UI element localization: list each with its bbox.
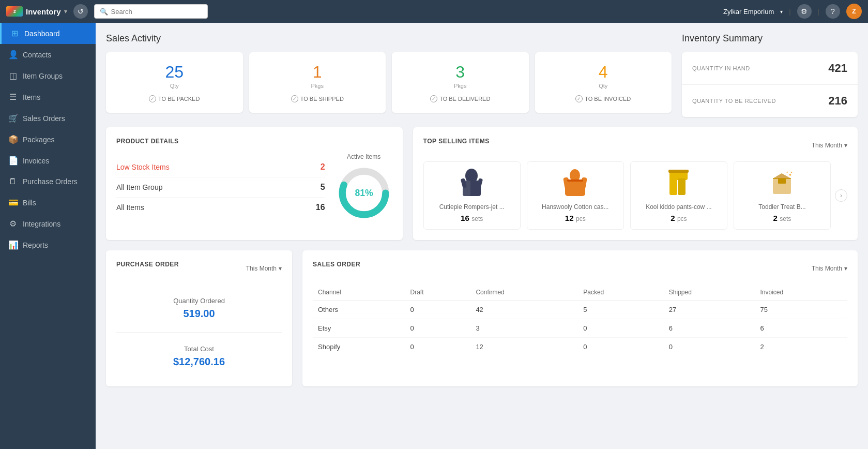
- all-items-row: All Items 16: [116, 198, 325, 217]
- top-selling-item-1[interactable]: Cutiepie Rompers-jet ... 16 sets: [423, 161, 521, 230]
- table-header-row: Channel Draft Confirmed Packed Shipped I…: [313, 285, 847, 301]
- product-stats: Low Stock Items 2 All Item Group 5 All I…: [116, 157, 325, 217]
- donut-chart: 81%: [336, 164, 392, 221]
- item-name-1: Cutiepie Rompers-jet ...: [428, 203, 516, 211]
- sweater-image: [561, 168, 589, 199]
- sidebar-item-items[interactable]: ☰ Items: [0, 86, 96, 108]
- sales-card-to-be-delivered[interactable]: 3 Pkgs ✓ TO BE DELIVERED: [392, 52, 529, 113]
- contacts-icon: 👤: [8, 50, 18, 59]
- in-hand-label: QUANTITY IN HAND: [692, 65, 750, 71]
- sales-card-to-be-packed[interactable]: 25 Qty ✓ TO BE PACKED: [106, 52, 243, 113]
- bills-icon: 💳: [8, 198, 18, 207]
- packed-unit: Qty: [170, 83, 179, 89]
- cell-shipped: 27: [664, 301, 755, 319]
- cell-channel: Shopify: [313, 338, 405, 356]
- inventory-summary-section: Inventory Summary QUANTITY IN HAND 421 Q…: [682, 33, 858, 117]
- company-dropdown-icon[interactable]: ▾: [780, 9, 783, 14]
- sidebar-item-invoices[interactable]: 📄 Invoices: [0, 150, 96, 171]
- search-input[interactable]: [111, 8, 202, 16]
- sidebar-label-invoices: Invoices: [23, 157, 49, 165]
- svg-rect-12: [567, 179, 583, 182]
- po-filter-icon: ▾: [279, 265, 282, 272]
- svg-rect-10: [563, 177, 570, 189]
- po-quantity-ordered: Quantity Ordered 519.00: [116, 289, 282, 328]
- delivered-footer: ✓ TO BE DELIVERED: [430, 95, 490, 102]
- purchase-order-card: PURCHASE ORDER This Month ▾ Quantity Ord…: [106, 250, 292, 386]
- sales-orders-icon: 🛒: [8, 113, 18, 123]
- item-name-3: Kool kiddo pants-cow ...: [635, 203, 723, 211]
- sales-order-table: Channel Draft Confirmed Packed Shipped I…: [313, 285, 847, 356]
- sidebar-item-dashboard[interactable]: ⊞ Dashboard: [0, 23, 96, 44]
- top-selling-items-grid: Cutiepie Rompers-jet ... 16 sets: [423, 161, 831, 230]
- cell-invoiced: 2: [755, 338, 847, 356]
- low-stock-row[interactable]: Low Stock Items 2: [116, 157, 325, 177]
- app-dropdown-icon[interactable]: ▾: [64, 8, 67, 15]
- top-selling-filter[interactable]: This Month ▾: [812, 142, 847, 149]
- item-image-1: [456, 168, 488, 199]
- cell-shipped: 6: [664, 319, 755, 338]
- item-image-2: [560, 168, 591, 199]
- cell-packed: 0: [578, 319, 664, 338]
- top-selling-item-2[interactable]: Hanswooly Cotton cas... 12 pcs: [527, 161, 624, 230]
- so-filter[interactable]: This Month ▾: [812, 265, 847, 272]
- user-avatar[interactable]: Z: [846, 4, 862, 19]
- dashboard-icon: ⊞: [10, 28, 19, 38]
- company-name[interactable]: Zylkar Emporium: [723, 8, 774, 16]
- delivered-circle-icon: ✓: [430, 95, 437, 102]
- all-items-value: 16: [316, 203, 325, 212]
- product-details-section: PRODUCT DETAILS Low Stock Items 2 All It…: [106, 127, 403, 240]
- sidebar: ⊞ Dashboard 👤 Contacts ◫ Item Groups ☰ I…: [0, 23, 96, 449]
- refresh-icon[interactable]: ↺: [73, 4, 88, 19]
- delivered-unit: Pkgs: [454, 83, 466, 89]
- packed-value: 25: [165, 63, 184, 82]
- settings-icon[interactable]: ⚙: [797, 4, 812, 19]
- cell-confirmed: 12: [470, 338, 578, 356]
- sales-card-to-be-shipped[interactable]: 1 Pkgs ✓ TO BE SHIPPED: [249, 52, 386, 113]
- so-header: SALES ORDER This Month ▾: [313, 261, 847, 276]
- next-item-button[interactable]: ›: [835, 189, 847, 202]
- sidebar-item-reports[interactable]: 📊 Reports: [0, 234, 96, 256]
- sidebar-item-packages[interactable]: 📦 Packages: [0, 129, 96, 150]
- donut-chart-container: Active Items 81%: [336, 153, 392, 221]
- sidebar-item-purchase-orders[interactable]: 🗒 Purchase Orders: [0, 171, 96, 192]
- sidebar-item-bills[interactable]: 💳 Bills: [0, 192, 96, 213]
- sidebar-label-reports: Reports: [23, 241, 48, 249]
- sidebar-item-item-groups[interactable]: ◫ Item Groups: [0, 65, 96, 86]
- top-selling-title: TOP SELLING ITEMS: [423, 138, 490, 145]
- to-receive-label: QUANTITY TO BE RECEIVED: [692, 98, 776, 104]
- cell-draft: 0: [405, 338, 470, 356]
- col-draft: Draft: [405, 285, 470, 301]
- sidebar-item-contacts[interactable]: 👤 Contacts: [0, 44, 96, 65]
- top-selling-header: TOP SELLING ITEMS This Month ▾: [423, 138, 847, 153]
- svg-text:✦: ✦: [786, 171, 788, 174]
- item-qty-1: 16 sets: [461, 214, 483, 223]
- top-selling-item-3[interactable]: Kool kiddo pants-cow ... 2 pcs: [630, 161, 727, 230]
- cell-channel: Others: [313, 301, 405, 319]
- all-item-group-row: All Item Group 5: [116, 177, 325, 198]
- inventory-summary-title: Inventory Summary: [682, 33, 858, 44]
- sidebar-label-dashboard: Dashboard: [24, 29, 60, 38]
- sidebar-label-items: Items: [23, 93, 40, 101]
- sidebar-item-integrations[interactable]: ⚙ Integrations: [0, 213, 96, 234]
- shipped-value: 1: [313, 63, 322, 82]
- po-qty-label: Quantity Ordered: [116, 297, 282, 305]
- help-icon[interactable]: ?: [826, 4, 840, 19]
- in-hand-value: 421: [828, 62, 847, 75]
- app-name: Inventory: [26, 7, 61, 16]
- svg-rect-14: [669, 178, 677, 195]
- integrations-icon: ⚙: [8, 219, 18, 229]
- top-selling-item-4[interactable]: ✦ ✦ ✦ Toddler Treat B... 2 sets: [734, 161, 831, 230]
- pants-image: [664, 168, 693, 199]
- packed-circle-icon: ✓: [149, 95, 156, 102]
- cell-draft: 0: [405, 319, 470, 338]
- search-bar[interactable]: 🔍: [94, 4, 208, 19]
- po-cost-value: $12,760.16: [116, 356, 282, 368]
- sidebar-item-sales-orders[interactable]: 🛒 Sales Orders: [0, 108, 96, 129]
- all-items-label: All Items: [116, 203, 144, 212]
- item-image-3: [663, 168, 694, 199]
- po-filter[interactable]: This Month ▾: [246, 265, 282, 272]
- sidebar-label-item-groups: Item Groups: [23, 72, 63, 80]
- invoiced-value: 4: [599, 63, 608, 82]
- cell-confirmed: 42: [470, 301, 578, 319]
- sales-card-to-be-invoiced[interactable]: 4 Qty ✓ TO BE INVOICED: [535, 52, 672, 113]
